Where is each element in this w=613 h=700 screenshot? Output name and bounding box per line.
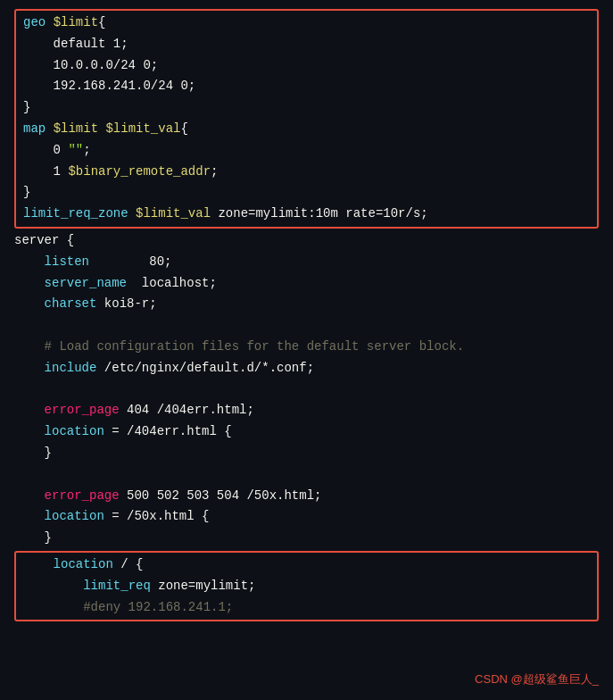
- code-line: map $limit $limit_val{: [23, 119, 590, 140]
- code-line: charset koi8-r;: [14, 294, 599, 315]
- code-line: location = /404err.html {: [14, 421, 599, 443]
- code-line: #deny 192.168.241.1;: [23, 597, 590, 619]
- code-line: location = /50x.html {: [14, 506, 599, 528]
- code-line: include /etc/nginx/default.d/*.conf;: [14, 358, 599, 379]
- code-line: 10.0.0.0/24 0;: [23, 55, 590, 77]
- code-line: server_name localhost;: [14, 273, 599, 295]
- code-line: [14, 379, 599, 401]
- code-line: 1 $binary_remote_addr;: [23, 162, 590, 183]
- code-line: 192.168.241.0/24 0;: [23, 76, 590, 97]
- code-line: limit_req_zone $limit_val zone=mylimit:1…: [23, 204, 590, 225]
- code-line: error_page 500 502 503 504 /50x.html;: [14, 486, 599, 507]
- watermark-prefix: CSDN @: [475, 672, 523, 686]
- code-line: location / {: [23, 554, 590, 576]
- code-line: listen 80;: [14, 252, 599, 273]
- code-line: }: [14, 443, 599, 464]
- code-line: limit_req zone=mylimit;: [23, 576, 590, 597]
- watermark-highlight: 超级鲨鱼巨人_: [523, 672, 599, 686]
- code-container: geo $limit{ default 1; 10.0.0.0/24 0; 19…: [0, 0, 613, 700]
- code-line: [14, 315, 599, 337]
- code-line: }: [14, 528, 599, 549]
- code-line: [14, 464, 599, 486]
- code-line: }: [23, 182, 590, 204]
- watermark: CSDN @超级鲨鱼巨人_: [475, 670, 599, 689]
- code-line: server {: [14, 230, 599, 252]
- code-line: }: [23, 97, 590, 119]
- code-line: geo $limit{: [23, 12, 590, 34]
- code-line: default 1;: [23, 34, 590, 55]
- code-line: error_page 404 /404err.html;: [14, 400, 599, 421]
- code-line: # Load configuration files for the defau…: [14, 337, 599, 358]
- code-line: 0 "";: [23, 140, 590, 162]
